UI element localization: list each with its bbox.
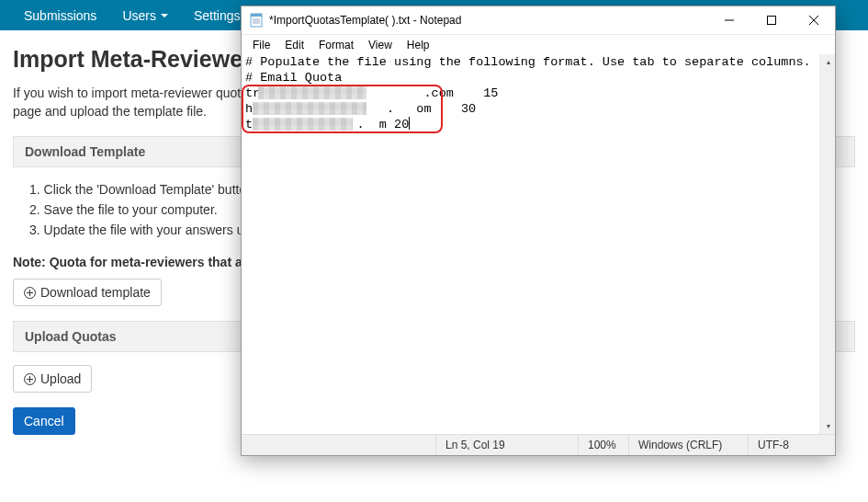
caret-down-icon xyxy=(161,14,168,17)
notepad-window: *ImportQuotasTemplate( ).txt - Notepad F… xyxy=(241,6,836,456)
upload-button[interactable]: Upload xyxy=(13,365,92,393)
svg-rect-6 xyxy=(768,17,776,25)
redaction xyxy=(253,118,353,131)
download-template-button[interactable]: Download template xyxy=(13,279,162,306)
cancel-button[interactable]: Cancel xyxy=(13,407,75,435)
nav-submissions[interactable]: Submissions xyxy=(11,1,109,30)
vertical-scrollbar[interactable]: ▴ ▾ xyxy=(819,54,835,434)
menu-help[interactable]: Help xyxy=(400,37,437,53)
scroll-down-icon[interactable]: ▾ xyxy=(820,418,835,434)
scroll-up-icon[interactable]: ▴ xyxy=(820,54,835,70)
plus-circle-icon xyxy=(24,373,36,385)
plus-circle-icon xyxy=(24,287,36,299)
menu-edit[interactable]: Edit xyxy=(277,37,311,53)
minimize-button[interactable] xyxy=(708,6,750,35)
menu-file[interactable]: File xyxy=(245,37,277,53)
window-controls xyxy=(708,6,835,35)
close-button[interactable] xyxy=(793,6,835,35)
notepad-icon xyxy=(249,13,264,28)
redaction xyxy=(253,102,366,115)
menu-view[interactable]: View xyxy=(361,37,400,53)
text-cursor xyxy=(409,117,410,130)
svg-rect-1 xyxy=(251,14,262,17)
status-position: Ln 5, Col 19 xyxy=(435,435,578,455)
status-eol: Windows (CRLF) xyxy=(628,435,748,455)
nav-users[interactable]: Users xyxy=(109,1,181,30)
menu-format[interactable]: Format xyxy=(311,37,361,53)
status-zoom: 100% xyxy=(578,435,628,455)
editor-wrap: # Populate the file using the following … xyxy=(242,54,835,434)
maximize-button[interactable] xyxy=(750,6,793,35)
menubar: File Edit Format View Help xyxy=(242,35,835,54)
redaction xyxy=(258,86,366,99)
window-title: *ImportQuotasTemplate( ).txt - Notepad xyxy=(269,14,708,27)
titlebar[interactable]: *ImportQuotasTemplate( ).txt - Notepad xyxy=(242,6,835,35)
status-encoding: UTF-8 xyxy=(748,435,835,455)
statusbar: Ln 5, Col 19 100% Windows (CRLF) UTF-8 xyxy=(242,434,835,455)
